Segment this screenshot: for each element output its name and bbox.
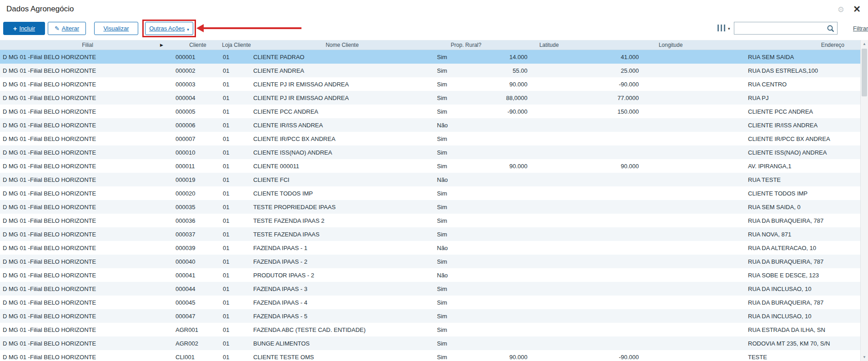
table-row[interactable]: D MG 01 -Filial BELO HORIZONTE 000005 01…: [0, 105, 860, 118]
table-row[interactable]: D MG 01 -Filial BELO HORIZONTE 000019 01…: [0, 173, 860, 186]
cell-longitude: 77.0000: [598, 95, 743, 101]
cell-nome-cliente: FAZENDA IPAAS - 2: [252, 258, 432, 265]
cell-prop-rural: Sim: [432, 108, 500, 115]
table-row[interactable]: D MG 01 -Filial BELO HORIZONTE 000010 01…: [0, 145, 860, 159]
cell-loja-cliente: 01: [221, 67, 252, 74]
cell-latitude: 90.000: [500, 354, 598, 361]
table-row[interactable]: D MG 01 -Filial BELO HORIZONTE 000035 01…: [0, 200, 860, 214]
cell-filial: D MG 01 -Filial BELO HORIZONTE: [0, 272, 175, 279]
table-row[interactable]: D MG 01 -Filial BELO HORIZONTE 000006 01…: [0, 118, 860, 132]
cell-nome-cliente: CLIENTE TESTE OMS: [252, 354, 432, 361]
table-row[interactable]: D MG 01 -Filial BELO HORIZONTE 000040 01…: [0, 255, 860, 268]
cell-cliente: 000035: [175, 204, 221, 211]
cell-endereco: RUA DA INCLUSAO, 10: [743, 286, 860, 292]
cell-prop-rural: Sim: [432, 326, 500, 333]
column-header-latitude[interactable]: Latitude: [500, 42, 598, 48]
column-header-endereco[interactable]: Endereço: [743, 42, 860, 48]
cell-loja-cliente: 01: [221, 299, 252, 306]
cell-filial: D MG 01 -Filial BELO HORIZONTE: [0, 54, 175, 60]
cell-longitude: 150.000: [598, 108, 743, 115]
cell-cliente: AGR001: [175, 326, 221, 333]
cell-cliente: 000002: [175, 67, 221, 74]
visualizar-button[interactable]: Visualizar: [94, 22, 138, 35]
cell-loja-cliente: 01: [221, 326, 252, 333]
table-row[interactable]: D MG 01 -Filial BELO HORIZONTE 000004 01…: [0, 91, 860, 105]
close-icon[interactable]: ✕: [853, 4, 861, 15]
cell-endereco: RUA DA BURAQUEIRA, 787: [743, 258, 860, 265]
table-row[interactable]: D MG 01 -Filial BELO HORIZONTE 000020 01…: [0, 186, 860, 200]
table-row[interactable]: D MG 01 -Filial BELO HORIZONTE 000011 01…: [0, 159, 860, 173]
cell-cliente: 000006: [175, 122, 221, 129]
cell-endereco: RUA DA BURAQUEIRA, 787: [743, 217, 860, 224]
table-row[interactable]: D MG 01 -Filial BELO HORIZONTE 000047 01…: [0, 309, 860, 323]
table-row[interactable]: D MG 01 -Filial BELO HORIZONTE AGR001 01…: [0, 323, 860, 336]
cell-longitude: 90.000: [598, 163, 743, 170]
scroll-down-button[interactable]: ▼: [861, 353, 868, 361]
outras-acoes-button[interactable]: Outras Ações ▾: [145, 22, 193, 35]
scroll-up-button[interactable]: ▲: [861, 40, 868, 48]
sort-caret-icon: ▶: [160, 43, 163, 47]
cell-endereco: CLIENTE IR/ISS ANDREA: [743, 122, 860, 129]
search-input[interactable]: [734, 22, 837, 34]
column-manager-button[interactable]: ▾: [717, 25, 730, 31]
cell-cliente: 000044: [175, 286, 221, 292]
column-header-cliente[interactable]: Cliente: [175, 42, 221, 48]
cell-nome-cliente: FAZENDA IPAAS - 1: [252, 245, 432, 251]
search-icon[interactable]: [827, 25, 835, 33]
table-row[interactable]: D MG 01 -Filial BELO HORIZONTE 000037 01…: [0, 227, 860, 241]
column-header-loja-cliente[interactable]: Loja Cliente: [221, 42, 252, 48]
cell-latitude: 14.000: [500, 54, 598, 60]
table-row[interactable]: D MG 01 -Filial BELO HORIZONTE 000002 01…: [0, 64, 860, 77]
cell-nome-cliente: CLIENTE PADRAO: [252, 54, 432, 60]
table-row[interactable]: D MG 01 -Filial BELO HORIZONTE AGR002 01…: [0, 336, 860, 350]
table-row[interactable]: D MG 01 -Filial BELO HORIZONTE 000044 01…: [0, 282, 860, 296]
table-row[interactable]: D MG 01 -Filial BELO HORIZONTE 000001 01…: [0, 50, 860, 64]
column-header-nome-cliente[interactable]: Nome Cliente: [252, 42, 432, 48]
cell-prop-rural: Sim: [432, 135, 500, 142]
cell-endereco: RUA DAS ESTRELAS,100: [743, 67, 860, 74]
gear-icon[interactable]: ⚙: [838, 5, 844, 15]
cell-nome-cliente: CLIENTE FCI: [252, 176, 432, 183]
cell-loja-cliente: 01: [221, 217, 252, 224]
cell-latitude: -90.000: [500, 108, 598, 115]
column-header-prop-rural[interactable]: Prop. Rural?: [432, 42, 500, 48]
cell-endereco: RODOVIA MT 235, KM 70, S/N: [743, 340, 860, 347]
table-row[interactable]: D MG 01 -Filial BELO HORIZONTE 000003 01…: [0, 77, 860, 91]
table-row[interactable]: D MG 01 -Filial BELO HORIZONTE 000039 01…: [0, 241, 860, 255]
annotation-arrow-head: [196, 24, 204, 32]
cell-prop-rural: Sim: [432, 313, 500, 320]
table-row[interactable]: D MG 01 -Filial BELO HORIZONTE CLI001 01…: [0, 350, 860, 361]
table-row[interactable]: D MG 01 -Filial BELO HORIZONTE 000007 01…: [0, 132, 860, 145]
table-body: D MG 01 -Filial BELO HORIZONTE 000001 01…: [0, 50, 860, 361]
table-row[interactable]: D MG 01 -Filial BELO HORIZONTE 000045 01…: [0, 296, 860, 309]
cell-loja-cliente: 01: [221, 176, 252, 183]
page-title: Dados Agronegócio: [6, 5, 74, 14]
filtrar-link[interactable]: Filtrar: [853, 25, 868, 32]
alterar-button[interactable]: ✎ Alterar: [48, 22, 86, 35]
cell-loja-cliente: 01: [221, 190, 252, 197]
cell-nome-cliente: TESTE FAZENDA IPAAS 2: [252, 217, 432, 224]
cell-nome-cliente: PRODUTOR IPAAS - 2: [252, 272, 432, 279]
cell-filial: D MG 01 -Filial BELO HORIZONTE: [0, 299, 175, 306]
scrollbar-thumb[interactable]: [862, 49, 867, 96]
cell-filial: D MG 01 -Filial BELO HORIZONTE: [0, 122, 175, 129]
cell-filial: D MG 01 -Filial BELO HORIZONTE: [0, 313, 175, 320]
cell-prop-rural: Sim: [432, 231, 500, 238]
vertical-scrollbar[interactable]: ▲ ▼: [860, 40, 868, 361]
table-row[interactable]: D MG 01 -Filial BELO HORIZONTE 000036 01…: [0, 214, 860, 227]
table-row[interactable]: D MG 01 -Filial BELO HORIZONTE 000041 01…: [0, 268, 860, 282]
cell-endereco: RUA SEM SAIDA, 0: [743, 204, 860, 211]
triangle-up-icon: ▲: [863, 42, 866, 46]
incluir-button[interactable]: + Incluir: [3, 22, 45, 35]
cell-cliente: 000007: [175, 135, 221, 142]
column-header-longitude[interactable]: Longitude: [598, 42, 743, 48]
cell-endereco: CLIENTE ISS(NAO) ANDREA: [743, 149, 860, 156]
cell-loja-cliente: 01: [221, 135, 252, 142]
cell-longitude: 25.000: [598, 67, 743, 74]
cell-prop-rural: Não: [432, 245, 500, 251]
cell-filial: D MG 01 -Filial BELO HORIZONTE: [0, 245, 175, 251]
column-header-filial[interactable]: Filial: [0, 42, 175, 48]
cell-prop-rural: Sim: [432, 299, 500, 306]
cell-loja-cliente: 01: [221, 95, 252, 101]
cell-endereco: RUA TESTE: [743, 176, 860, 183]
